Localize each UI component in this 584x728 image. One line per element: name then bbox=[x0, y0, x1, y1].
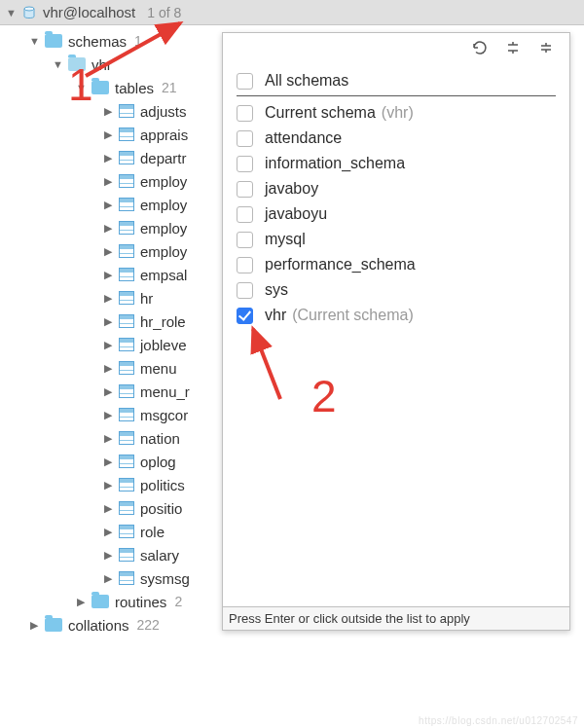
schema-checkbox[interactable]: mysql bbox=[237, 227, 556, 252]
table-label: departr bbox=[140, 150, 187, 166]
chevron-right-icon[interactable] bbox=[103, 245, 113, 258]
current-schema-checkbox[interactable]: Current schema (vhr) bbox=[237, 100, 556, 126]
expand-all-icon[interactable] bbox=[503, 38, 523, 57]
checkbox-icon bbox=[237, 308, 253, 324]
table-icon bbox=[119, 127, 134, 141]
connection-bar: vhr@localhost 1 of 8 bbox=[0, 0, 584, 25]
chevron-right-icon[interactable] bbox=[103, 269, 113, 281]
chevron-down-icon[interactable] bbox=[76, 82, 86, 93]
chevron-right-icon[interactable] bbox=[103, 315, 113, 328]
chevron-right-icon[interactable] bbox=[103, 479, 113, 491]
table-label: politics bbox=[140, 477, 185, 493]
table-icon bbox=[119, 501, 134, 515]
chevron-right-icon[interactable] bbox=[103, 292, 113, 305]
chevron-right-icon[interactable] bbox=[103, 385, 113, 398]
table-label: positio bbox=[140, 500, 182, 517]
all-schemas-label: All schemas bbox=[265, 72, 348, 90]
schema-checkbox[interactable]: javaboyu bbox=[237, 201, 556, 227]
chevron-right-icon[interactable] bbox=[103, 128, 113, 141]
schema-label: performance_schema bbox=[265, 256, 416, 273]
table-icon bbox=[119, 151, 134, 164]
schema-label: vhr bbox=[265, 307, 286, 324]
table-label: role bbox=[140, 524, 164, 540]
checkbox-icon bbox=[237, 282, 253, 299]
schema-label: mysql bbox=[265, 231, 306, 248]
schema-checkbox[interactable]: javaboy bbox=[237, 176, 556, 201]
schema-checkbox[interactable]: attendance bbox=[237, 126, 556, 151]
chevron-right-icon[interactable] bbox=[76, 596, 86, 608]
table-label: empsal bbox=[140, 267, 187, 283]
chevron-right-icon[interactable] bbox=[103, 572, 113, 585]
schema-checkbox[interactable]: performance_schema bbox=[237, 252, 556, 277]
table-label: employ bbox=[140, 220, 187, 237]
schema-filter-popup: All schemas Current schema (vhr) attenda… bbox=[222, 32, 570, 631]
schema-checkbox[interactable]: sys bbox=[237, 277, 556, 303]
routines-count: 2 bbox=[174, 594, 182, 609]
refresh-icon[interactable] bbox=[470, 38, 490, 57]
table-icon bbox=[119, 571, 134, 585]
table-icon bbox=[119, 384, 134, 398]
table-icon bbox=[119, 478, 134, 491]
checkbox-icon bbox=[237, 73, 253, 90]
chevron-right-icon[interactable] bbox=[29, 619, 39, 632]
current-schema-label: Current schema bbox=[265, 104, 376, 122]
schema-checkbox[interactable]: vhr(Current schema) bbox=[237, 303, 556, 328]
table-label: employ bbox=[140, 173, 187, 190]
chevron-down-icon[interactable] bbox=[29, 35, 39, 47]
schema-checkbox[interactable]: information_schema bbox=[237, 151, 556, 176]
table-label: sysmsg bbox=[140, 570, 190, 587]
chevron-right-icon[interactable] bbox=[103, 362, 113, 375]
schema-note: (Current schema) bbox=[292, 307, 413, 324]
checkbox-icon bbox=[237, 156, 253, 172]
routines-label: routines bbox=[115, 594, 166, 610]
table-label: hr_role bbox=[140, 313, 186, 330]
table-icon bbox=[119, 314, 134, 328]
chevron-right-icon[interactable] bbox=[103, 432, 113, 445]
watermark: https://blog.csdn.net/u012702547 bbox=[419, 715, 578, 726]
table-icon bbox=[119, 361, 134, 375]
schema-visible-count[interactable]: 1 of 8 bbox=[147, 5, 181, 20]
table-label: employ bbox=[140, 243, 187, 260]
chevron-right-icon[interactable] bbox=[103, 152, 113, 164]
table-label: hr bbox=[140, 290, 153, 307]
schemas-label: schemas bbox=[68, 33, 127, 50]
table-icon bbox=[119, 431, 134, 445]
all-schemas-checkbox[interactable]: All schemas bbox=[237, 68, 556, 93]
table-label: jobleve bbox=[140, 337, 187, 353]
connection-title[interactable]: vhr@localhost bbox=[43, 4, 135, 20]
table-icon bbox=[119, 408, 134, 421]
table-label: menu_r bbox=[140, 383, 190, 400]
chevron-right-icon[interactable] bbox=[103, 549, 113, 562]
chevron-right-icon[interactable] bbox=[103, 199, 113, 211]
table-icon bbox=[119, 174, 134, 188]
db-label: vhr bbox=[91, 56, 112, 73]
table-label: oplog bbox=[140, 454, 176, 470]
chevron-down-icon[interactable] bbox=[53, 58, 62, 70]
popup-hint: Press Enter or click outside the list to… bbox=[223, 606, 569, 630]
table-label: adjusts bbox=[140, 103, 187, 120]
database-connection-icon bbox=[21, 5, 37, 20]
popup-body: All schemas Current schema (vhr) attenda… bbox=[223, 62, 569, 606]
chevron-right-icon[interactable] bbox=[103, 526, 113, 538]
chevron-right-icon[interactable] bbox=[103, 175, 113, 188]
tables-label: tables bbox=[115, 80, 154, 96]
collapse-all-icon[interactable] bbox=[536, 38, 556, 57]
chevron-right-icon[interactable] bbox=[103, 105, 113, 118]
chevron-right-icon[interactable] bbox=[103, 222, 113, 235]
table-label: apprais bbox=[140, 127, 188, 143]
folder-icon bbox=[45, 34, 62, 48]
table-icon bbox=[119, 338, 134, 351]
chevron-right-icon[interactable] bbox=[103, 455, 113, 468]
chevron-down-icon[interactable] bbox=[6, 7, 16, 18]
current-schema-note: (vhr) bbox=[382, 104, 414, 122]
chevron-right-icon[interactable] bbox=[103, 409, 113, 421]
schema-label: sys bbox=[265, 281, 288, 299]
checkbox-icon bbox=[237, 130, 253, 147]
chevron-right-icon[interactable] bbox=[103, 339, 113, 351]
folder-icon bbox=[45, 618, 62, 632]
table-icon bbox=[119, 221, 134, 235]
divider bbox=[237, 95, 556, 96]
popup-toolbar bbox=[223, 33, 569, 62]
schema-icon bbox=[68, 57, 86, 71]
chevron-right-icon[interactable] bbox=[103, 502, 113, 515]
